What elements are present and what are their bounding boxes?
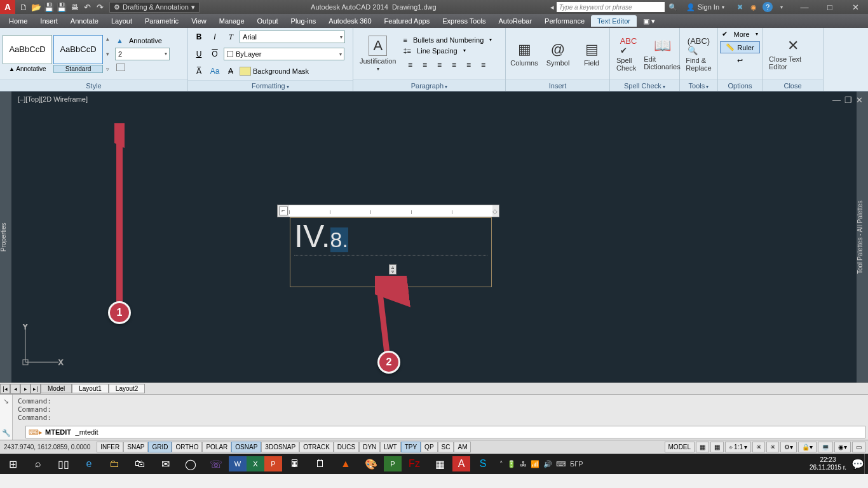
spellcheck-button[interactable]: ABC✔Spell Check [613,35,644,73]
bold-button[interactable]: B [192,30,206,44]
annoscale-button[interactable]: ⟐ 1:1▾ [725,442,751,452]
bgmask-button[interactable]: Background Mask [253,67,309,75]
tab-performance[interactable]: Performance [538,15,591,27]
maximize-button[interactable]: □ [817,0,843,14]
hardware-accel-button[interactable]: 💻 [818,442,833,452]
mtext-resize-handle[interactable]: ▵▿ [389,264,397,274]
tab-text-editor[interactable]: Text Editor [591,15,637,27]
toggle-ortho[interactable]: ORTHO [172,442,202,452]
volume-icon[interactable]: 🔊 [543,460,552,468]
tab-layout[interactable]: Layout [105,15,139,27]
annotative-toggle[interactable]: ▲ Annotative [115,36,170,45]
system-tray[interactable]: ˄ 🔋 🖧 📶 🔊 ⌨ БГР [496,460,587,468]
toggle-tpy[interactable]: TPY [401,442,421,452]
overline-button[interactable]: O [208,47,222,61]
tab-parametric[interactable]: Parametric [139,15,185,27]
command-input[interactable]: ⌨▸ MTEDIT _mtedit [25,426,865,438]
vlc-icon[interactable]: ▲ [333,454,358,474]
keyboard-icon[interactable]: ⌨ [556,460,566,468]
clean-screen-button[interactable]: ▭ [852,442,865,452]
more-button[interactable]: ✔ More ▾ [721,29,759,39]
tab-output[interactable]: Output [251,15,285,27]
properties-palette-bar[interactable]: Properties [0,92,11,383]
cloud-icon[interactable]: ◉ [749,2,759,12]
align-justify-button[interactable]: ≡ [447,58,461,72]
toggle-dyn[interactable]: DYN [359,442,380,452]
toggle-grid[interactable]: GRID [148,442,172,452]
grid-display2-button[interactable]: ▦ [710,442,724,452]
toggle-osnap[interactable]: OSNAP [231,442,261,452]
layout-tab-layout1[interactable]: Layout1 [72,384,109,393]
mtext-ruler[interactable]: ⌐ ◇ [277,205,499,217]
symbol-button[interactable]: @Symbol [542,40,574,68]
align-left-button[interactable]: ≡ [403,58,417,72]
style-standard[interactable]: AaBbCcD [53,35,103,64]
workspace-selector[interactable]: ⚙ Drafting & Annotation ▾ [109,2,200,13]
panel-title-paragraph[interactable]: Paragraph [353,79,505,91]
panel-title-tools[interactable]: Tools [680,79,717,91]
undo-icon[interactable]: ↶ [81,1,93,13]
tab-first-button[interactable]: |◂ [0,384,10,394]
viewport-minimize-button[interactable]: — [832,95,841,105]
layout-tab-layout2[interactable]: Layout2 [109,384,146,393]
wifi-icon[interactable]: 📶 [531,460,539,468]
search-prev-icon[interactable]: ◂ [550,3,554,11]
print-icon[interactable]: 🖶 [69,1,80,13]
toggle-ducs[interactable]: DUCS [334,442,359,452]
language-indicator[interactable]: БГР [570,460,583,468]
dictionaries-button[interactable]: 📖Edit Dictionaries [646,36,678,72]
toggle-3dosnap[interactable]: 3DOSNAP [261,442,299,452]
layout-tab-model[interactable]: Model [41,384,72,393]
undo-options-icon[interactable]: ↩ [736,56,744,65]
explorer-icon[interactable]: 🗀 [102,454,127,474]
tab-autorebar[interactable]: AutoRebar [492,15,538,27]
calculator-icon[interactable]: 🖩 [282,454,308,474]
align-dist-button[interactable]: ≡ [461,58,475,72]
align-right-button[interactable]: ≡ [432,58,446,72]
tab-view[interactable]: View [185,15,213,27]
tab-insert[interactable]: Insert [34,15,64,27]
open-icon[interactable]: 📂 [31,1,42,13]
autocad-task-icon[interactable]: A [452,456,470,471]
clear-button[interactable]: A̶ [224,64,238,78]
project-icon[interactable]: P [384,456,402,471]
taskbar-clock[interactable]: 22:23 26.11.2015 г. [804,456,851,471]
tab-prev-button[interactable]: ◂ [10,384,20,394]
style-annotative-label[interactable]: ▲Annotative [3,65,52,73]
mail-icon[interactable]: ✉ [153,454,178,474]
taskview-button[interactable]: ▯▯ [51,454,76,474]
align-center-button[interactable]: ≡ [417,58,431,72]
mask-icon[interactable] [115,63,170,72]
workspace-button[interactable]: ⚙▾ [780,442,797,452]
tab-featured-apps[interactable]: Featured Apps [378,15,437,27]
tab-annotate[interactable]: Annotate [64,15,105,27]
linespacing-button[interactable]: ‡≡ Line Spacing ▾ [402,46,493,55]
powerpoint-icon[interactable]: P [264,456,282,471]
tab-autodesk-360[interactable]: Autodesk 360 [322,15,377,27]
toggle-polar[interactable]: POLAR [202,442,231,452]
new-icon[interactable]: 🗋 [18,1,29,13]
help-icon[interactable]: ? [763,2,773,12]
paint-icon[interactable]: 🎨 [358,454,384,474]
viber-icon[interactable]: ☏ [203,454,229,474]
tab-manage[interactable]: Manage [213,15,251,27]
toggle-snap[interactable]: SNAP [123,442,148,452]
toggle-qp[interactable]: QP [421,442,437,452]
field-button[interactable]: ▤Field [576,40,607,68]
bullets-button[interactable]: ≡ Bullets and Numbering ▾ [402,36,493,44]
toggle-sc[interactable]: SC [438,442,454,452]
store-icon[interactable]: 🛍 [127,454,153,474]
toggle-infer[interactable]: INFER [97,442,123,452]
search-button[interactable]: ⌕ [25,454,51,474]
edge-icon[interactable]: e [76,454,102,474]
panel-title-spell[interactable]: Spell Check [610,79,679,91]
battery-icon[interactable]: 🔋 [507,460,516,468]
scroll-down-icon[interactable]: ▾ [106,51,109,57]
italic-button[interactable]: I [208,30,222,44]
tray-up-icon[interactable]: ˄ [499,460,503,468]
case-button[interactable]: Aa [208,64,222,78]
tab-panel-menu[interactable]: ▣ ▾ [637,15,661,27]
close-button[interactable]: ✕ [843,0,868,14]
align-dist2-button[interactable]: ≡ [476,58,490,72]
viewport-label[interactable]: [–][Top][2D Wireframe] [18,95,88,103]
